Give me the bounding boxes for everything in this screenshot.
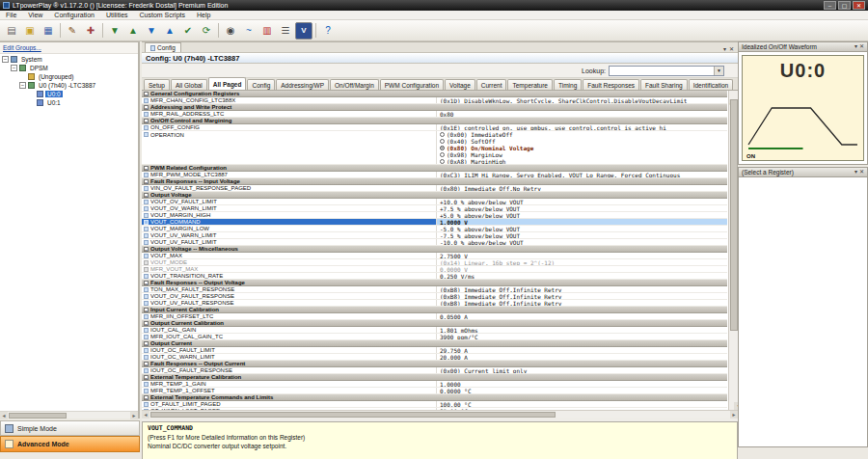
tree-expander-icon[interactable]: −: [19, 82, 26, 89]
table-vertical-scrollbar[interactable]: ▲ ▼: [728, 91, 738, 410]
simple-mode-button[interactable]: Simple Mode: [0, 420, 140, 436]
radio-option[interactable]: (0x98) MarginLow: [440, 151, 502, 158]
scrollbar-thumb[interactable]: [150, 412, 556, 418]
tab-addressing-wp[interactable]: Addressing/WP: [276, 79, 329, 90]
register-row-vout-command[interactable]: VOUT_COMMAND1.0000 V: [142, 219, 727, 226]
collapse-icon[interactable]: −: [144, 119, 149, 123]
tab-fault-responses[interactable]: Fault Responses: [583, 79, 639, 90]
document-close-icon[interactable]: ✕: [729, 45, 734, 52]
register-row-vout-uv-fault-limit[interactable]: VOUT_UV_FAULT_LIMIT-10.0 % above/below V…: [142, 239, 727, 246]
register-row-mfr-rail-address-ltc[interactable]: MFR_RAIL_ADDRESS_LTC0x80: [142, 111, 727, 118]
register-row-operation[interactable]: OPERATION(0x00) ImmediateOff(0x40) SoftO…: [142, 131, 727, 165]
tab-current[interactable]: Current: [476, 79, 507, 90]
collapse-icon[interactable]: −: [144, 308, 149, 312]
radio-option[interactable]: (0x00) ImmediateOff: [440, 131, 513, 138]
fault-log-icon[interactable]: ▥: [258, 22, 276, 40]
tab-voltage[interactable]: Voltage: [445, 79, 475, 90]
scope-icon[interactable]: ◉: [222, 22, 239, 40]
telemetry-icon[interactable]: ~: [240, 22, 258, 40]
register-row-iout-oc-warn-limit[interactable]: IOUT_OC_WARN_LIMIT20.000 A: [142, 354, 727, 361]
register-row-iout-oc-fault-limit[interactable]: IOUT_OC_FAULT_LIMIT29.750 A: [142, 347, 727, 354]
tab-all-paged[interactable]: All Paged: [208, 77, 247, 90]
tab-timing[interactable]: Timing: [554, 79, 582, 90]
tab-all-global[interactable]: All Global: [171, 79, 207, 90]
register-row-vout-margin-high[interactable]: VOUT_MARGIN_HIGH+5.0 % above/below VOUT: [142, 212, 727, 219]
register-row-iout-oc-fault-response[interactable]: IOUT_OC_FAULT_RESPONSE(0x00) Current lim…: [142, 367, 727, 374]
menu-help[interactable]: Help: [191, 11, 216, 20]
register-row-mfr-temp-1-offset[interactable]: MFR_TEMP_1_OFFSET0.0000 °C: [142, 388, 727, 394]
lookup-combobox[interactable]: ▼: [609, 66, 724, 76]
tree-item-u0-7h40-ltc3887[interactable]: −U0 (7h40) -LTC3887: [0, 81, 138, 90]
radio-icon[interactable]: [440, 132, 445, 137]
tree-item-dpsm[interactable]: −DPSM: [0, 64, 138, 72]
register-row-vout-ov-fault-limit[interactable]: VOUT_OV_FAULT_LIMIT+10.0 % above/below V…: [142, 199, 727, 205]
register-select-panel-header[interactable]: (Select a Register) ▾ ✕: [738, 167, 868, 177]
scroll-right-icon[interactable]: ►: [730, 411, 738, 418]
tree-expander-icon[interactable]: −: [2, 56, 9, 63]
tab-config[interactable]: Config: [247, 79, 275, 90]
register-row-vout-ov-fault-response[interactable]: VOUT_OV_FAULT_RESPONSE(0xB8) Immediate O…: [142, 293, 727, 300]
register-row-mfr-pwm-mode-ltc3887[interactable]: MFR_PWM_MODE_LTC3887(0xC3) ILIM Hi Range…: [142, 172, 727, 178]
register-row-mfr-iout-cal-gain-tc[interactable]: MFR_IOUT_CAL_GAIN_TC3900 ppm/°C: [142, 334, 727, 340]
tab-identification[interactable]: Identification: [689, 79, 734, 90]
radio-icon[interactable]: [440, 139, 445, 144]
wizard-wand-icon[interactable]: ✎: [64, 22, 81, 40]
register-row-vin-ov-fault-response-paged[interactable]: VIN_OV_FAULT_RESPONSE_PAGED(0x80) Immedi…: [142, 185, 727, 192]
tab-setup[interactable]: Setup: [144, 79, 170, 90]
scroll-left-icon[interactable]: ◄: [0, 412, 8, 419]
register-row-ot-fault-limit-paged[interactable]: OT_FAULT_LIMIT_PAGED100.00 °C: [142, 401, 727, 408]
collapse-icon[interactable]: −: [144, 193, 149, 198]
collapse-icon[interactable]: −: [144, 395, 149, 400]
tab-pwm-configuration[interactable]: PWM Configuration: [380, 79, 444, 90]
register-row-vout-mode[interactable]: VOUT_MODE(0x14) Linear, 16b_step = 2^(-1…: [142, 259, 727, 266]
tree-item-u0-0[interactable]: U0:0: [0, 90, 138, 98]
register-row-vout-max[interactable]: VOUT_MAX2.7500 V: [142, 253, 727, 259]
register-row-iout-cal-gain[interactable]: IOUT_CAL_GAIN1.801 mOhms: [142, 327, 727, 334]
menu-custom-scripts[interactable]: Custom Scripts: [134, 11, 191, 20]
scrollbar-thumb[interactable]: [730, 99, 738, 331]
scroll-left-icon[interactable]: ◄: [142, 411, 149, 418]
tree-item-system[interactable]: −System: [0, 55, 138, 64]
register-row-vout-transition-rate[interactable]: VOUT_TRANSITION_RATE0.250 V/ms: [142, 273, 727, 280]
tab-list-dropdown-icon[interactable]: ▾: [723, 45, 726, 52]
lookup-input[interactable]: [610, 67, 714, 75]
radio-icon[interactable]: [440, 159, 445, 164]
collapse-icon[interactable]: −: [144, 179, 149, 184]
menu-file[interactable]: File: [0, 11, 22, 20]
verify-icon[interactable]: ✔: [179, 22, 197, 40]
probe-icon[interactable]: ✚: [82, 22, 99, 40]
menu-utilities[interactable]: Utilities: [100, 11, 134, 20]
radio-option[interactable]: (0x40) SoftOff: [440, 138, 496, 145]
vout-badge-icon[interactable]: V: [295, 22, 312, 40]
register-row-mfr-vout-max[interactable]: MFR_VOUT_MAX0.0000 V: [142, 266, 727, 273]
collapse-icon[interactable]: −: [144, 105, 149, 110]
radio-option[interactable]: (0xA8) MarginHigh: [440, 158, 505, 164]
register-row-mfr-temp-1-gain[interactable]: MFR_TEMP_1_GAIN1.0000: [142, 381, 727, 388]
collapse-icon[interactable]: −: [144, 375, 149, 380]
scroll-right-icon[interactable]: ►: [130, 412, 138, 419]
collapse-icon[interactable]: −: [144, 166, 149, 171]
tab-fault-sharing[interactable]: Fault Sharing: [640, 79, 688, 90]
tree-horizontal-scrollbar[interactable]: ◄ ►: [0, 411, 138, 418]
advanced-mode-button[interactable]: Advanced Mode: [0, 436, 140, 452]
read-chip-to-ram-icon[interactable]: ▲: [124, 22, 142, 40]
collapse-icon[interactable]: −: [144, 281, 149, 285]
collapse-icon[interactable]: −: [144, 341, 149, 346]
write-ram-to-chip-icon[interactable]: ▼: [106, 22, 123, 40]
tab-temperature[interactable]: Temperature: [507, 79, 553, 90]
pin-icon[interactable]: ▾: [854, 42, 857, 51]
tab-on-off-margin[interactable]: On/Off/Margin: [330, 79, 379, 90]
menu-configuration[interactable]: Configuration: [48, 11, 100, 20]
collapse-icon[interactable]: −: [144, 92, 149, 96]
tree-item-ungrouped[interactable]: (Ungrouped): [0, 72, 138, 81]
save-icon[interactable]: ▦: [40, 22, 57, 40]
register-row-vout-uv-warn-limit[interactable]: VOUT_UV_WARN_LIMIT-7.5 % above/below VOU…: [142, 232, 727, 239]
pmbus-log-icon[interactable]: ☰: [277, 22, 294, 40]
maximize-button[interactable]: ▢: [838, 1, 851, 10]
table-horizontal-scrollbar[interactable]: ◄ ►: [142, 410, 738, 418]
radio-option[interactable]: (0x80) On/Nominal Voltage: [440, 145, 533, 151]
radio-icon[interactable]: [440, 152, 445, 157]
register-row-vout-uv-fault-response[interactable]: VOUT_UV_FAULT_RESPONSE(0xB8) Immediate O…: [142, 300, 727, 307]
collapse-icon[interactable]: −: [144, 321, 149, 326]
register-row-mfr-chan-config-ltc388x[interactable]: MFR_CHAN_CONFIG_LTC388X(0x1D) DisableWkn…: [142, 97, 727, 104]
